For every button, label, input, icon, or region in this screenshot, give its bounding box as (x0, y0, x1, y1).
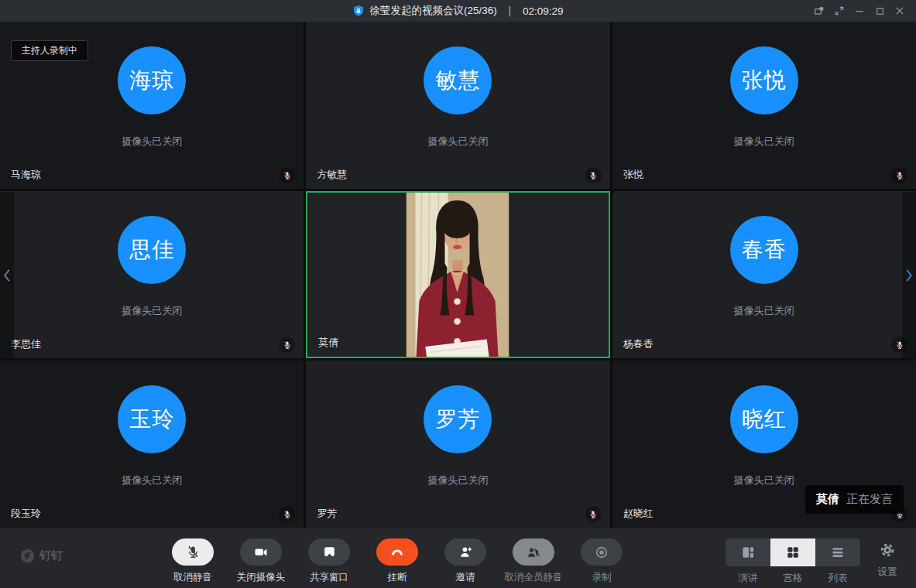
participant-tile-speaking[interactable]: 莫倩 (306, 191, 609, 358)
window-controls (809, 0, 910, 22)
camera-off-text: 摄像头已关闭 (427, 135, 488, 149)
avatar-block: 春香 摄像头已关闭 (612, 191, 916, 350)
avatar-block: 思佳 摄像头已关闭 (0, 191, 304, 350)
gear-icon (879, 542, 896, 559)
camera-off-button[interactable]: 关闭摄像头 (227, 528, 295, 588)
share-window-label: 共享窗口 (310, 571, 348, 584)
speaking-toast: 莫倩 正在发言 (805, 485, 904, 514)
meeting-title: 徐莹发起的视频会议(25/36) (369, 4, 496, 18)
share-window-button[interactable]: 共享窗口 (295, 528, 363, 588)
speaker-view-label: 演讲 (726, 572, 770, 585)
avatar-text: 思佳 (129, 235, 174, 265)
speaker-view-icon (740, 545, 756, 560)
unmute-all-icon (513, 538, 554, 566)
participant-name: 马海琼 (11, 168, 41, 182)
participant-name: 方敏慧 (317, 168, 347, 182)
record-button[interactable]: 录制 (568, 528, 636, 588)
avatar-text: 罗芳 (435, 405, 480, 434)
avatar: 春香 (730, 216, 798, 284)
participant-name: 李思佳 (11, 337, 41, 351)
avatar-block: 玉玲 摄像头已关闭 (0, 361, 304, 520)
list-view-button[interactable] (815, 538, 860, 566)
avatar: 敏慧 (424, 46, 492, 115)
maximize-icon[interactable] (870, 0, 890, 22)
participant-tile[interactable]: 春香 摄像头已关闭 杨春香 (612, 191, 916, 358)
participant-name: 杨春香 (623, 337, 654, 351)
dingtalk-logo-text: 钉钉 (39, 549, 63, 563)
list-view-icon (830, 545, 846, 560)
minimize-icon[interactable] (849, 0, 870, 22)
camera-off-text: 摄像头已关闭 (427, 473, 488, 487)
titlebar: 徐莹发起的视频会议(25/36) ｜ 02:09:29 (0, 0, 916, 22)
mic-muted-icon (585, 167, 602, 183)
toolbar: 钉钉 取消静音 关闭摄像头 共享窗口 挂断 (0, 528, 916, 588)
dingtalk-logo: 钉钉 (20, 549, 63, 563)
camera-off-text: 摄像头已关闭 (122, 473, 182, 487)
camera-off-text: 摄像头已关闭 (734, 473, 794, 487)
camera-off-text: 摄像头已关闭 (122, 304, 182, 318)
avatar: 海琼 (118, 46, 186, 115)
unmute-all-button[interactable]: 取消全员静音 (499, 528, 568, 588)
view-switcher (726, 538, 860, 566)
avatar: 张悦 (730, 46, 798, 115)
page-prev-button[interactable] (0, 192, 14, 358)
toolbar-main-buttons: 取消静音 关闭摄像头 共享窗口 挂断 邀请 (159, 528, 636, 588)
chevron-left-icon (2, 267, 12, 284)
mic-muted-icon (585, 506, 602, 522)
unmute-button[interactable]: 取消静音 (159, 528, 227, 588)
avatar-block: 张悦 摄像头已关闭 (612, 22, 916, 181)
record-label: 录制 (592, 571, 612, 584)
pip-icon[interactable] (809, 0, 829, 22)
camera-icon (240, 538, 282, 566)
view-switcher-labels: 演讲 宫格 列表 (726, 572, 860, 585)
speaking-text: 正在发言 (846, 492, 893, 507)
invite-person-icon (444, 538, 486, 566)
participant-name: 赵晓红 (623, 507, 654, 521)
title-separator: ｜ (505, 4, 515, 18)
grid-view-button[interactable] (770, 538, 815, 566)
avatar: 玉玲 (118, 385, 186, 453)
list-view-label: 列表 (815, 572, 860, 585)
record-icon (581, 538, 623, 566)
participant-name: 莫倩 (318, 336, 338, 350)
hangup-label: 挂断 (388, 571, 407, 584)
avatar: 晓红 (730, 385, 798, 453)
participant-tile[interactable]: 玉玲 摄像头已关闭 段玉玲 (0, 361, 304, 528)
participant-name: 张悦 (623, 168, 643, 182)
camera-off-text: 摄像头已关闭 (122, 135, 182, 149)
chevron-right-icon (904, 267, 914, 284)
host-recording-badge: 主持人录制中 (11, 40, 88, 61)
video-feed (407, 193, 509, 357)
settings-label: 设置 (878, 566, 897, 579)
camera-off-label: 关闭摄像头 (237, 571, 286, 584)
grid-view-label: 宫格 (770, 572, 815, 585)
invite-button[interactable]: 邀请 (431, 528, 499, 588)
settings-button[interactable]: 设置 (870, 542, 905, 579)
avatar: 罗芳 (424, 385, 492, 453)
participant-tile[interactable]: 罗芳 摄像头已关闭 罗芳 (306, 361, 609, 528)
camera-off-text: 摄像头已关闭 (734, 135, 794, 149)
share-window-icon (308, 538, 350, 566)
participant-tile[interactable]: 思佳 摄像头已关闭 李思佳 (0, 191, 304, 358)
avatar-block: 敏慧 摄像头已关闭 (306, 22, 609, 181)
mic-muted-icon (891, 167, 907, 183)
participant-tile[interactable]: 敏慧 摄像头已关闭 方敏慧 (306, 22, 609, 189)
avatar-text: 春香 (742, 235, 787, 265)
video-grid: 主持人录制中 海琼 摄像头已关闭 马海琼 敏慧 摄像头已关闭 方敏慧 (0, 22, 916, 528)
fullscreen-icon[interactable] (829, 0, 849, 22)
participant-name: 罗芳 (317, 507, 337, 521)
speaker-name: 莫倩 (816, 492, 839, 507)
avatar-text: 晓红 (742, 405, 787, 434)
avatar-text: 玉玲 (129, 405, 174, 434)
page-next-button[interactable] (902, 192, 916, 358)
invite-label: 邀请 (456, 571, 475, 584)
hangup-button[interactable]: 挂断 (363, 528, 431, 588)
speaker-view-button[interactable] (726, 538, 770, 566)
shield-lock-icon (352, 5, 365, 17)
avatar-block: 罗芳 摄像头已关闭 (306, 361, 609, 520)
avatar-text: 张悦 (742, 66, 787, 95)
close-icon[interactable] (890, 0, 910, 22)
camera-off-text: 摄像头已关闭 (734, 304, 794, 318)
unmute-all-label: 取消全员静音 (505, 571, 563, 584)
participant-tile[interactable]: 张悦 摄像头已关闭 张悦 (612, 22, 916, 189)
